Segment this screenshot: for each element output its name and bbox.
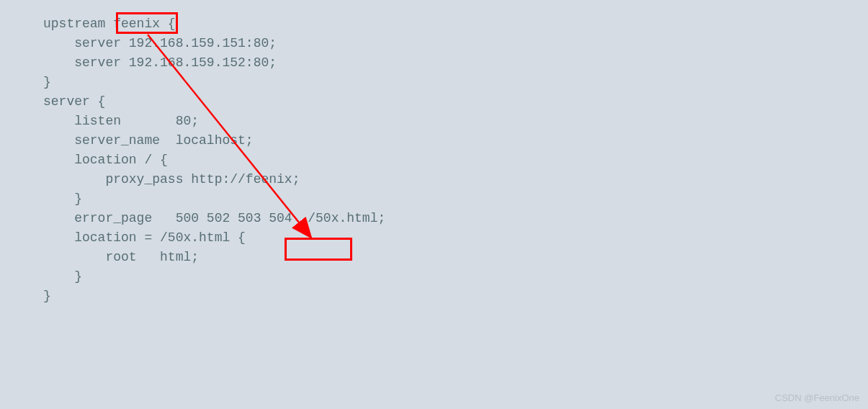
code-line-11: proxy_pass http://feenix; <box>0 170 868 189</box>
code-line-12: } <box>0 189 868 209</box>
code-line-6: server { <box>0 92 868 112</box>
code-line-18: } <box>0 287 868 306</box>
code-line-17: } <box>0 267 868 287</box>
code-line-7: listen 80; <box>0 112 868 131</box>
code-line-8: server_name localhost; <box>0 131 868 150</box>
code-line-4: } <box>0 73 868 92</box>
code-line-3: server 192.168.159.152:80; <box>0 53 868 73</box>
code-line-1: upstream feenix { <box>0 14 868 34</box>
code-line-2: server 192.168.159.151:80; <box>0 34 868 53</box>
code-line-14: error_page 500 502 503 504 /50x.html; <box>0 209 868 228</box>
code-line-10: location / { <box>0 150 868 170</box>
watermark-text: CSDN @FeenixOne <box>775 392 859 403</box>
code-line-16: root html; <box>0 248 868 267</box>
code-block: upstream feenix { server 192.168.159.151… <box>0 0 868 409</box>
code-line-15: location = /50x.html { <box>0 228 868 248</box>
